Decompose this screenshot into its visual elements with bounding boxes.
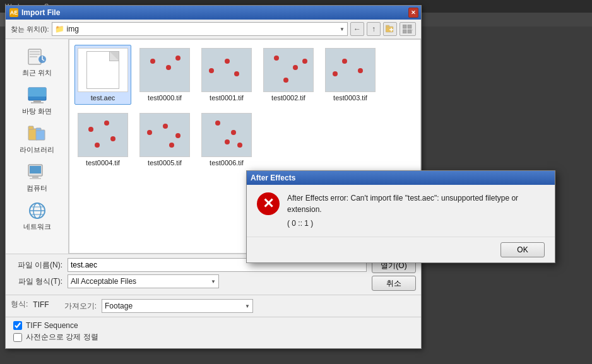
svg-rect-1	[386, 25, 389, 27]
svg-point-62	[225, 139, 230, 144]
view-button[interactable]: ▼	[400, 22, 416, 36]
tif-thumbnail-0004	[78, 113, 128, 157]
file-name-test0004: test0004.tif	[86, 159, 120, 167]
library-icon	[27, 124, 47, 144]
error-message-line2: ( 0 :: 1 )	[287, 218, 545, 229]
file-item-test0006[interactable]: test0006.tif	[198, 110, 255, 170]
recent-icon	[27, 47, 47, 67]
sequence-checkbox-row: TIFF Sequence	[13, 321, 413, 330]
sort-checkbox-label[interactable]: 사전순으로 강제 정렬	[26, 332, 98, 343]
sidebar-item-desktop-label: 바탕 화면	[22, 107, 52, 116]
sidebar-item-library[interactable]: 라이브러리	[12, 121, 62, 157]
tif-thumbnail-0003	[325, 48, 376, 92]
svg-point-46	[342, 59, 347, 64]
location-dropdown[interactable]: 📁 img ▼	[52, 22, 348, 36]
sidebar-item-network[interactable]: 네트워크	[12, 198, 62, 234]
sidebar-item-recent[interactable]: 최근 위치	[12, 44, 62, 80]
import-as-dropdown-arrow: ▼	[245, 303, 250, 309]
file-name-test0005: test0005.tif	[148, 159, 182, 167]
file-item-test-aec[interactable]: test.aec	[74, 45, 131, 105]
import-as-dropdown[interactable]: Footage ▼	[102, 299, 253, 313]
filetype-label: 파일 형식(T):	[11, 276, 68, 287]
file-item-test0002[interactable]: test0002.tif	[260, 45, 317, 105]
filetype-row: 파일 형식(T): All Acceptable Files ▼	[11, 274, 367, 288]
nav-sidebar: 최근 위치 바탕 화면 라이브러리	[6, 39, 69, 254]
svg-rect-21	[36, 128, 41, 131]
dialog-toolbar: 찾는 위치(I): 📁 img ▼ ← ↑ ▼	[6, 20, 421, 39]
svg-rect-31	[140, 49, 189, 91]
cancel-button[interactable]: 취소	[372, 276, 416, 291]
ok-button[interactable]: OK	[500, 242, 545, 257]
sort-checkbox-row: 사전순으로 강제 정렬	[13, 332, 413, 343]
tif-svg-0000	[140, 49, 189, 91]
tif-svg-0006	[202, 114, 251, 156]
ae-error-footer: OK	[247, 237, 555, 262]
svg-point-36	[209, 68, 214, 73]
up-button[interactable]: ↑	[367, 22, 381, 36]
dialog-titlebar: AE Import File ✕	[6, 6, 421, 20]
checkboxes-section: TIFF Sequence 사전순으로 강제 정렬	[6, 317, 421, 348]
svg-point-51	[110, 136, 115, 141]
computer-icon	[27, 162, 47, 182]
file-item-test0001[interactable]: test0001.tif	[198, 45, 255, 105]
ae-error-titlebar: After Effects	[247, 171, 555, 185]
sidebar-item-desktop[interactable]: 바탕 화면	[12, 83, 62, 119]
sidebar-item-library-label: 라이브러리	[20, 145, 54, 155]
dialog-title: Import File	[21, 8, 60, 17]
svg-point-59	[215, 120, 220, 126]
svg-rect-12	[30, 56, 37, 57]
svg-point-52	[95, 143, 100, 148]
svg-rect-39	[264, 49, 313, 91]
location-dropdown-arrow: ▼	[340, 26, 345, 32]
svg-point-42	[302, 59, 307, 64]
file-name-test0003: test0003.tif	[333, 94, 367, 102]
new-folder-icon	[386, 25, 394, 33]
svg-rect-10	[30, 51, 40, 52]
file-item-test0004[interactable]: test0004.tif	[74, 110, 131, 170]
file-name-test0000: test0000.tif	[148, 94, 182, 102]
tif-svg-0004	[78, 114, 127, 156]
svg-point-54	[147, 130, 152, 135]
file-item-test0005[interactable]: test0005.tif	[136, 110, 193, 170]
import-as-value: Footage	[105, 302, 245, 310]
filetype-value: All Acceptable Files	[71, 277, 211, 286]
sidebar-item-computer[interactable]: 컴퓨터	[12, 160, 62, 196]
ae-logo: AE	[9, 8, 18, 17]
ae-error-dialog: After Effects ✕ After Effects error: Can…	[246, 170, 555, 263]
svg-point-57	[169, 143, 174, 148]
format-info: 형식: TIFF	[11, 299, 49, 310]
tif-thumbnail-0001	[201, 48, 252, 92]
sidebar-item-recent-label: 최근 위치	[22, 68, 52, 78]
error-message: After Effects error: Can't import file "…	[287, 192, 545, 229]
aec-icon	[86, 51, 119, 89]
format-section: 형식: TIFF 가져오기: Footage ▼	[6, 295, 421, 317]
svg-rect-17	[31, 102, 44, 103]
file-item-test0003[interactable]: test0003.tif	[322, 45, 379, 105]
svg-point-45	[333, 71, 338, 76]
file-item-test0000[interactable]: test0000.tif	[136, 45, 193, 105]
svg-point-49	[88, 127, 93, 132]
filename-label: 파일 이름(N):	[11, 260, 68, 271]
tif-thumbnail-0006	[201, 113, 252, 157]
svg-rect-25	[30, 178, 41, 179]
filetype-dropdown-arrow: ▼	[211, 279, 216, 285]
svg-point-33	[166, 65, 171, 70]
sequence-checkbox[interactable]	[13, 321, 22, 330]
location-value: img	[67, 25, 340, 33]
network-icon	[27, 201, 47, 221]
dialog-close-button[interactable]: ✕	[408, 8, 418, 18]
svg-point-60	[231, 130, 236, 135]
view-icon: ▼	[403, 25, 413, 33]
ae-error-title: After Effects	[251, 173, 295, 182]
aec-thumbnail	[78, 48, 128, 92]
svg-point-47	[358, 68, 363, 73]
format-value: TIFF	[33, 300, 49, 309]
filetype-dropdown[interactable]: All Acceptable Files ▼	[68, 274, 219, 288]
file-name-test0002: test0002.tif	[271, 94, 305, 102]
new-folder-button[interactable]	[383, 22, 397, 36]
tif-thumbnail-0005	[139, 113, 190, 157]
sequence-checkbox-label[interactable]: TIFF Sequence	[26, 321, 78, 330]
sort-checkbox[interactable]	[13, 333, 22, 342]
back-button[interactable]: ←	[350, 22, 364, 36]
svg-rect-4	[403, 25, 406, 28]
